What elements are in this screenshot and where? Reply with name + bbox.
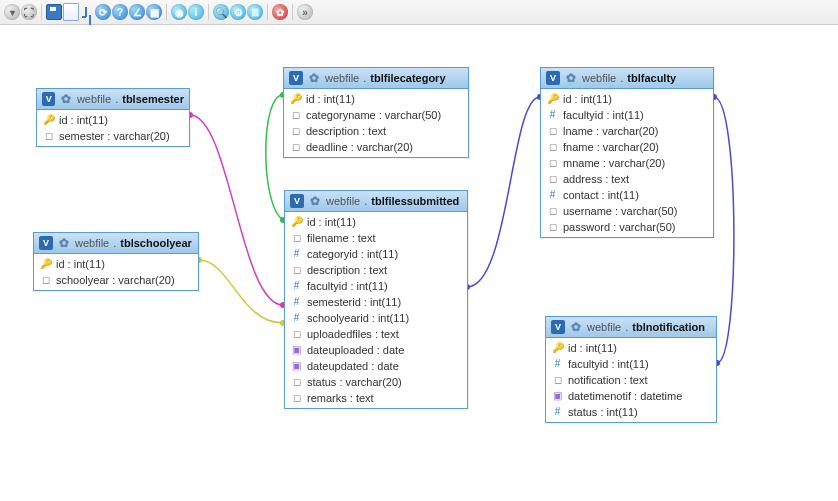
column-row[interactable]: 🔑id : int(11)	[37, 112, 189, 128]
column-row[interactable]: #facultyid : int(11)	[285, 278, 467, 294]
table-tblfaculty[interactable]: V✿webfile.tblfaculty🔑id : int(11)#facult…	[540, 67, 714, 238]
help-icon[interactable]: ?	[112, 4, 128, 20]
column-row[interactable]: ◻fname : varchar(20)	[541, 139, 713, 155]
column-row[interactable]: 🔑id : int(11)	[284, 91, 468, 107]
column-row[interactable]: ◻description : text	[284, 123, 468, 139]
table-name: tblsemester	[122, 93, 184, 105]
gear-icon[interactable]: ✿	[564, 71, 578, 85]
num-icon: #	[291, 249, 302, 260]
txt-icon: ◻	[547, 126, 558, 137]
column-row[interactable]: ◻username : varchar(50)	[541, 203, 713, 219]
column-text: facultyid : int(11)	[307, 280, 388, 292]
layers-icon[interactable]: ≣	[247, 4, 263, 20]
settings-icon[interactable]: ⚙	[230, 4, 246, 20]
gear-icon[interactable]: ✿	[57, 236, 71, 250]
save-icon[interactable]	[46, 4, 62, 20]
table-body: 🔑id : int(11)#facultyid : int(11)◻notifi…	[546, 338, 716, 422]
table-header[interactable]: V✿webfile.tblnotification	[546, 317, 716, 338]
column-row[interactable]: ◻address : text	[541, 171, 713, 187]
globe-icon[interactable]: ◉	[171, 4, 187, 20]
table-tblfilessubmitted[interactable]: V✿webfile.tblfilessubmitted🔑id : int(11)…	[284, 190, 468, 409]
table-header[interactable]: V✿webfile.tblfaculty	[541, 68, 713, 89]
column-row[interactable]: ◻remarks : text	[285, 390, 467, 406]
column-row[interactable]: ◻categoryname : varchar(50)	[284, 107, 468, 123]
column-row[interactable]: ▣dateupdated : date	[285, 358, 467, 374]
table-header[interactable]: V✿webfile.tblfilessubmitted	[285, 191, 467, 212]
column-text: filename : text	[307, 232, 375, 244]
column-text: deadline : varchar(20)	[306, 141, 413, 153]
zoom-in-icon[interactable]: 🔍	[213, 4, 229, 20]
column-row[interactable]: ◻filename : text	[285, 230, 467, 246]
column-text: mname : varchar(20)	[563, 157, 665, 169]
expand-down-icon[interactable]: ▾	[4, 4, 20, 20]
column-row[interactable]: ◻password : varchar(50)	[541, 219, 713, 235]
column-row[interactable]: #categoryid : int(11)	[285, 246, 467, 262]
gear-icon[interactable]: ✿	[569, 320, 583, 334]
view-icon[interactable]: V	[289, 71, 303, 85]
table-tblschoolyear[interactable]: V✿webfile.tblschoolyear🔑id : int(11)◻sch…	[33, 232, 199, 291]
view-icon[interactable]: V	[546, 71, 560, 85]
document-icon[interactable]	[63, 3, 79, 21]
table-name: tblfilecategory	[370, 72, 445, 84]
column-row[interactable]: #semesterid : int(11)	[285, 294, 467, 310]
column-row[interactable]: 🔑id : int(11)	[285, 214, 467, 230]
column-row[interactable]: ▣datetimenotif : datetime	[546, 388, 716, 404]
column-row[interactable]: #facultyid : int(11)	[546, 356, 716, 372]
gear-icon[interactable]: ✿	[59, 92, 72, 106]
gear-icon[interactable]: ✿	[308, 194, 322, 208]
column-row[interactable]: 🔑id : int(11)	[541, 91, 713, 107]
column-row[interactable]: ◻lname : varchar(20)	[541, 123, 713, 139]
column-row[interactable]: ◻semester : varchar(20)	[37, 128, 189, 144]
column-text: fname : varchar(20)	[563, 141, 659, 153]
column-row[interactable]: ◻uploadedfiles : text	[285, 326, 467, 342]
column-text: description : text	[307, 264, 387, 276]
column-row[interactable]: 🔑id : int(11)	[34, 256, 198, 272]
table-tblfilecategory[interactable]: V✿webfile.tblfilecategory🔑id : int(11)◻c…	[283, 67, 469, 158]
column-row[interactable]: ◻notification : text	[546, 372, 716, 388]
column-text: remarks : text	[307, 392, 374, 404]
table-header[interactable]: V✿webfile.tblfilecategory	[284, 68, 468, 89]
num-icon: #	[547, 110, 558, 121]
column-row[interactable]: #schoolyearid : int(11)	[285, 310, 467, 326]
designer-canvas[interactable]: V✿webfile.tblsemester🔑id : int(11)◻semes…	[0, 25, 838, 501]
toggle-grid-icon[interactable]: ▦	[146, 4, 162, 20]
table-tblnotification[interactable]: V✿webfile.tblnotification🔑id : int(11)#f…	[545, 316, 717, 423]
table-header[interactable]: V✿webfile.tblsemester	[37, 89, 189, 110]
column-row[interactable]: ◻deadline : varchar(20)	[284, 139, 468, 155]
column-row[interactable]: ◻description : text	[285, 262, 467, 278]
column-text: facultyid : int(11)	[568, 358, 649, 370]
column-row[interactable]: ◻mname : varchar(20)	[541, 155, 713, 171]
column-text: status : varchar(20)	[307, 376, 402, 388]
view-icon[interactable]: V	[551, 320, 565, 334]
dat-icon: ▣	[552, 391, 563, 402]
pdf-icon[interactable]: ✿	[272, 4, 288, 20]
table-body: 🔑id : int(11)◻filename : text#categoryid…	[285, 212, 467, 408]
txt-icon: ◻	[547, 158, 558, 169]
gear-icon[interactable]: ✿	[307, 71, 321, 85]
table-header[interactable]: V✿webfile.tblschoolyear	[34, 233, 198, 254]
column-row[interactable]: ◻status : varchar(20)	[285, 374, 467, 390]
column-text: schoolyearid : int(11)	[307, 312, 409, 324]
column-row[interactable]: #contact : int(11)	[541, 187, 713, 203]
column-row[interactable]: ▣dateuploaded : date	[285, 342, 467, 358]
view-icon[interactable]: V	[39, 236, 53, 250]
info-icon[interactable]: i	[188, 4, 204, 20]
column-row[interactable]: #facultyid : int(11)	[541, 107, 713, 123]
angle-icon[interactable]: ∠	[129, 4, 145, 20]
view-icon[interactable]: V	[42, 92, 55, 106]
column-row[interactable]: ◻schoolyear : varchar(20)	[34, 272, 198, 288]
column-text: semester : varchar(20)	[59, 130, 170, 142]
toolbar-separator	[166, 4, 167, 20]
schema-name: webfile	[77, 93, 111, 105]
fullscreen-icon[interactable]: ⛶	[21, 4, 37, 20]
relation-line-icon[interactable]	[80, 5, 94, 19]
txt-icon: ◻	[291, 265, 302, 276]
column-row[interactable]: #status : int(11)	[546, 404, 716, 420]
table-tblsemester[interactable]: V✿webfile.tblsemester🔑id : int(11)◻semes…	[36, 88, 190, 147]
txt-icon: ◻	[291, 393, 302, 404]
view-icon[interactable]: V	[290, 194, 304, 208]
txt-icon: ◻	[43, 131, 54, 142]
reload-icon[interactable]: ⟳	[95, 4, 111, 20]
next-icon[interactable]: »	[297, 4, 313, 20]
column-row[interactable]: 🔑id : int(11)	[546, 340, 716, 356]
